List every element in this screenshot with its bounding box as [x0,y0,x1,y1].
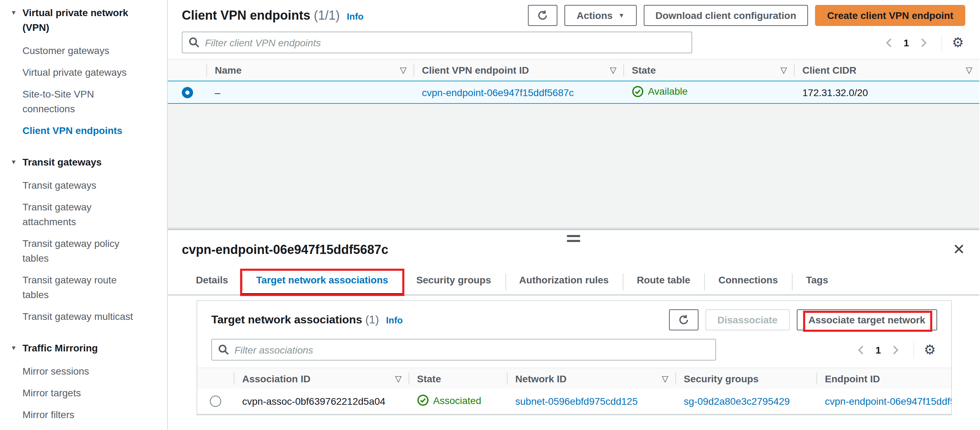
filter-icon[interactable]: ▽ [400,65,406,75]
sidebar-section-vpn-header[interactable]: ▼ Virtual private network (VPN) [11,6,167,35]
sidebar-item-mirror-targets[interactable]: Mirror targets [22,386,145,401]
sidebar-item-transit-gateway-multicast[interactable]: Transit gateway multicast [22,309,145,324]
tab-authorization-rules[interactable]: Authorization rules [505,274,623,295]
check-circle-icon [417,394,429,406]
column-header-security-groups: Security groups [675,368,816,389]
filter-endpoints-input[interactable] [182,32,692,53]
gear-icon[interactable]: ⚙ [950,36,965,49]
endpoint-id-link[interactable]: cvpn-endpoint-06e947f15ddf5687c [422,87,574,98]
create-client-vpn-endpoint-button[interactable]: Create client VPN endpoint [815,5,965,26]
tab-target-network-associations[interactable]: Target network associations [242,274,402,295]
sidebar-item-virtual-private-gateways[interactable]: Virtual private gateways [22,65,145,80]
sidebar-section-transit-header[interactable]: ▼ Transit gateways [11,155,167,170]
sidebar-item-transit-gateway-route-tables[interactable]: Transit gateway route tables [22,273,145,302]
previous-page-button[interactable] [851,342,870,357]
column-header-state: State ▽ [624,60,794,81]
endpoints-pagination: 1 ⚙ [880,34,965,51]
tab-connections[interactable]: Connections [705,274,792,295]
info-link[interactable]: Info [347,11,364,21]
divider [942,34,942,51]
sidebar-item-site-to-site-vpn-connections[interactable]: Site-to-Site VPN connections [22,87,145,116]
column-label: Association ID [242,373,311,384]
refresh-associations-button[interactable] [669,309,698,330]
cell-client-cidr: 172.31.32.0/20 [794,87,979,98]
radio-column-header [168,60,207,81]
sidebar-section-traffic-header[interactable]: ▼ Traffic Mirroring [11,341,167,355]
sidebar-section-title: Virtual private network (VPN) [22,6,145,35]
page-title-text: Client VPN endpoints [182,8,310,22]
tab-label: Target network associations [256,274,388,286]
next-page-button[interactable] [915,35,933,50]
filter-icon[interactable]: ▽ [781,65,787,75]
download-client-configuration-button[interactable]: Download client configuration [643,5,808,26]
page-title-count: (1/1) [314,8,340,22]
target-network-associations-card: Target network associations (1) Info Dis… [197,300,952,415]
radio-selected[interactable] [181,87,193,98]
security-group-link[interactable]: sg-09d2a80e3c2795429 [684,396,790,407]
column-label: Endpoint ID [825,373,880,384]
filter-icon[interactable]: ▽ [395,373,401,383]
previous-page-button[interactable] [880,35,898,50]
filter-icon[interactable]: ▽ [966,65,972,75]
associations-filter-row: 1 ⚙ [211,330,937,368]
card-title-count: (1) [365,314,379,325]
sidebar-item-mirror-sessions[interactable]: Mirror sessions [22,364,145,379]
endpoint-id-link[interactable]: cvpn-endpoint-06e947f15ddf5687c [825,396,951,407]
status-badge: Associated [417,394,481,406]
next-page-button[interactable] [887,342,905,357]
page-header: Client VPN endpoints (1/1) Info Actions … [168,0,979,26]
sidebar-item-customer-gateways[interactable]: Customer gateways [22,43,145,58]
caret-down-icon: ▼ [11,155,18,170]
column-label: Client CIDR [802,65,856,76]
sidebar-item-transit-gateway-attachments[interactable]: Transit gateway attachments [22,200,145,229]
table-row[interactable]: cvpn-assoc-0bf639762212d5a04 Associated … [197,389,951,414]
sidebar-item-client-vpn-endpoints[interactable]: Client VPN endpoints [22,124,145,138]
column-header-endpoint-id: Client VPN endpoint ID ▽ [414,60,624,81]
associations-pagination: 1 ⚙ [851,341,937,358]
column-header-state: State [409,368,507,389]
sidebar-item-transit-gateway-policy-tables[interactable]: Transit gateway policy tables [22,236,145,266]
chevron-right-icon [920,38,928,48]
sidebar: ▼ Virtual private network (VPN) Customer… [0,0,168,430]
filter-associations-input[interactable] [211,339,716,360]
network-id-link[interactable]: subnet-0596ebfd975cdd125 [515,396,638,407]
app-root: ▼ Virtual private network (VPN) Customer… [0,0,980,430]
refresh-icon [678,314,689,325]
sidebar-item-transit-gateways[interactable]: Transit gateways [22,178,145,193]
page-title: Client VPN endpoints (1/1) [182,8,340,23]
close-panel-button[interactable] [953,243,965,257]
radio-unselected[interactable] [210,396,221,407]
card-title-text: Target network associations [211,314,362,325]
panel-drag-handle[interactable] [567,235,580,245]
actions-button[interactable]: Actions ▼ [565,5,637,26]
column-label: Name [215,65,242,76]
endpoints-filter-row: 1 ⚙ [168,26,979,59]
status-text: Associated [433,395,481,406]
filter-icon[interactable]: ▽ [662,373,668,383]
divider [913,341,914,358]
tab-tags[interactable]: Tags [792,274,842,295]
search-icon [188,36,200,48]
tab-security-groups[interactable]: Security groups [402,274,505,295]
caret-down-icon: ▼ [11,6,18,21]
tab-route-table[interactable]: Route table [623,274,704,295]
sidebar-section-transit-gateways: ▼ Transit gateways Transit gateways Tran… [11,155,167,324]
refresh-icon [538,10,549,21]
info-link[interactable]: Info [386,315,403,325]
column-header-endpoint-id: Endpoint ID [816,368,951,389]
actions-button-label: Actions [577,10,613,21]
column-header-network-id: Network ID ▽ [507,368,675,389]
tab-details[interactable]: Details [182,274,242,295]
gear-icon[interactable]: ⚙ [923,343,937,356]
refresh-button[interactable] [528,5,558,26]
table-row[interactable]: – cvpn-endpoint-06e947f15ddf5687c Availa… [168,81,979,104]
sidebar-section-title: Transit gateways [22,155,102,170]
current-page-number: 1 [898,37,915,48]
associations-table-header: Association ID ▽ State Network ID ▽ Secu… [197,368,951,389]
column-label: Network ID [515,373,566,384]
sidebar-item-mirror-filters[interactable]: Mirror filters [22,408,145,422]
status-badge: Available [632,85,687,97]
filter-icon[interactable]: ▽ [610,65,616,75]
associate-target-network-button[interactable]: Associate target network [796,309,937,330]
main-content: Client VPN endpoints (1/1) Info Actions … [168,0,979,430]
